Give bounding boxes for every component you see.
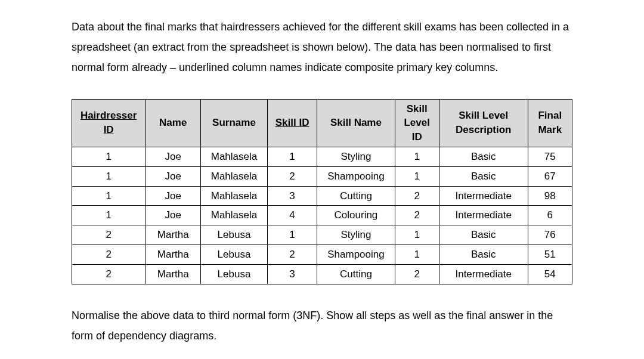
table-row: 1 Joe Mahlasela 3 Cutting 2 Intermediate…	[72, 186, 572, 206]
col-hairdresser-id: Hairdresser ID	[72, 99, 145, 147]
cell: Martha	[145, 245, 201, 264]
col-skill-id: Skill ID	[267, 99, 317, 147]
cell: Colouring	[317, 206, 395, 225]
cell: 1	[72, 147, 145, 166]
cell: 2	[395, 186, 439, 206]
cell: Intermediate	[439, 206, 528, 225]
cell: 2	[267, 166, 317, 186]
cell: Mahlasela	[201, 186, 268, 206]
cell: Lebusa	[201, 225, 268, 245]
cell: 1	[267, 225, 317, 245]
intro-paragraph: Data about the final marks that hairdres…	[72, 17, 572, 78]
cell: Intermediate	[439, 264, 528, 284]
cell: Intermediate	[439, 186, 528, 206]
cell: 75	[528, 147, 572, 166]
data-table: Hairdresser ID Name Surname Skill ID Ski…	[72, 99, 572, 284]
cell: Joe	[145, 206, 201, 225]
col-name: Name	[145, 99, 201, 147]
cell: 1	[72, 166, 145, 186]
cell: 76	[528, 225, 572, 245]
cell: 4	[267, 206, 317, 225]
cell: Mahlasela	[201, 206, 268, 225]
table-header-row: Hairdresser ID Name Surname Skill ID Ski…	[72, 99, 572, 147]
cell: Mahlasela	[201, 147, 268, 166]
cell: 2	[395, 206, 439, 225]
cell: 1	[267, 147, 317, 166]
cell: 98	[528, 186, 572, 206]
cell: Cutting	[317, 264, 395, 284]
cell: Styling	[317, 147, 395, 166]
cell: 1	[72, 206, 145, 225]
cell: 1	[395, 245, 439, 264]
cell: Styling	[317, 225, 395, 245]
cell: 2	[267, 245, 317, 264]
cell: 3	[267, 186, 317, 206]
cell: 1	[395, 147, 439, 166]
cell: Martha	[145, 264, 201, 284]
cell: Martha	[145, 225, 201, 245]
cell: 6	[528, 206, 572, 225]
cell: Shampooing	[317, 166, 395, 186]
table-row: 1 Joe Mahlasela 4 Colouring 2 Intermedia…	[72, 206, 572, 225]
cell: 2	[72, 225, 145, 245]
cell: 2	[72, 245, 145, 264]
col-skill-level-id: Skill Level ID	[395, 99, 439, 147]
cell: Lebusa	[201, 264, 268, 284]
cell: 1	[72, 186, 145, 206]
table-row: 2 Martha Lebusa 2 Shampooing 1 Basic 51	[72, 245, 572, 264]
cell: 2	[72, 264, 145, 284]
table-row: 2 Martha Lebusa 1 Styling 1 Basic 76	[72, 225, 572, 245]
cell: Basic	[439, 225, 528, 245]
cell: 2	[395, 264, 439, 284]
cell: 3	[267, 264, 317, 284]
col-surname: Surname	[201, 99, 268, 147]
outro-paragraph: Normalise the above data to third normal…	[72, 305, 572, 346]
col-final-mark: Final Mark	[528, 99, 572, 147]
cell: Joe	[145, 147, 201, 166]
cell: 54	[528, 264, 572, 284]
cell: 51	[528, 245, 572, 264]
table-row: 2 Martha Lebusa 3 Cutting 2 Intermediate…	[72, 264, 572, 284]
cell: Joe	[145, 166, 201, 186]
cell: Basic	[439, 245, 528, 264]
table-head: Hairdresser ID Name Surname Skill ID Ski…	[72, 99, 572, 147]
cell: Basic	[439, 166, 528, 186]
cell: Basic	[439, 147, 528, 166]
table-body: 1 Joe Mahlasela 1 Styling 1 Basic 75 1 J…	[72, 147, 572, 284]
table-row: 1 Joe Mahlasela 1 Styling 1 Basic 75	[72, 147, 572, 166]
cell: Lebusa	[201, 245, 268, 264]
cell: Cutting	[317, 186, 395, 206]
cell: Mahlasela	[201, 166, 268, 186]
col-skill-level-description: Skill Level Description	[439, 99, 528, 147]
cell: 67	[528, 166, 572, 186]
cell: Shampooing	[317, 245, 395, 264]
cell: Joe	[145, 186, 201, 206]
cell: 1	[395, 225, 439, 245]
col-skill-name: Skill Name	[317, 99, 395, 147]
table-row: 1 Joe Mahlasela 2 Shampooing 1 Basic 67	[72, 166, 572, 186]
cell: 1	[395, 166, 439, 186]
